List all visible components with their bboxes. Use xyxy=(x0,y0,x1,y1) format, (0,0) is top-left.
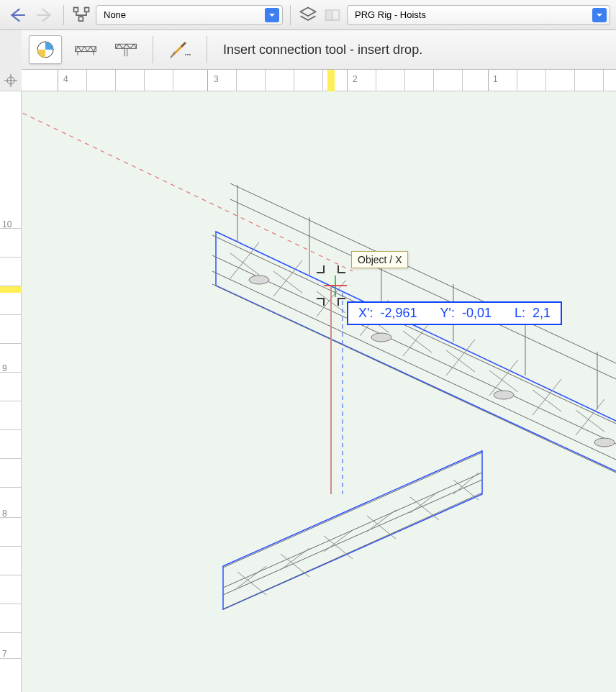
svg-line-28 xyxy=(212,235,616,424)
svg-line-18 xyxy=(22,106,353,271)
svg-line-26 xyxy=(230,183,616,363)
tool-circle-primary[interactable] xyxy=(29,35,62,64)
workspace: 4 3 2 1 10 9 8 7 xyxy=(0,70,616,692)
tool-row: Insert connection tool - insert drop. xyxy=(22,30,616,70)
ruler-h-cursor-highlight xyxy=(327,70,335,91)
coordinate-readout: X': -2,961 Y': -0,01 L: 2,1 xyxy=(347,301,562,325)
tool-truss-tee[interactable] xyxy=(109,35,142,64)
lower-truss xyxy=(223,451,482,609)
ruler-vertical[interactable]: 10 9 8 7 xyxy=(0,91,22,692)
svg-line-30 xyxy=(212,271,616,460)
coord-x: X': -2,961 xyxy=(358,306,417,321)
svg-point-12 xyxy=(185,54,186,55)
chevron-down-icon xyxy=(592,8,607,22)
coord-l: L: 2,1 xyxy=(515,306,551,321)
ruler-v-label: 7 xyxy=(2,649,7,659)
svg-point-14 xyxy=(189,54,191,55)
tool-preferences[interactable] xyxy=(163,35,196,64)
snap-tooltip-text: Object / X xyxy=(358,254,402,265)
tool-status-message: Insert connection tool - insert drop. xyxy=(223,42,422,58)
toolbar-divider xyxy=(63,5,64,25)
svg-point-35 xyxy=(594,438,615,447)
canvas-svg xyxy=(22,91,616,692)
canvas-wrap: 4 3 2 1 10 9 8 7 xyxy=(0,70,616,692)
drop-connection xyxy=(317,265,347,494)
svg-rect-4 xyxy=(326,10,332,20)
chevron-down-icon xyxy=(265,8,279,22)
ruler-h-label: 1 xyxy=(493,74,498,84)
svg-point-13 xyxy=(187,54,189,55)
svg-line-43 xyxy=(223,480,482,595)
ruler-h-label: 4 xyxy=(63,74,68,84)
class-dropdown[interactable]: None xyxy=(96,5,283,25)
ruler-origin[interactable] xyxy=(0,70,22,91)
toolbar-divider xyxy=(153,36,153,63)
drawing-canvas[interactable]: Object / X X': -2,961 Y': -0,01 L: 2,1 xyxy=(22,91,616,692)
ruler-h-label: 2 xyxy=(353,74,358,84)
coord-y: Y': -0,01 xyxy=(440,306,492,321)
class-dropdown-label: None xyxy=(104,9,126,20)
svg-point-34 xyxy=(494,391,514,399)
svg-rect-0 xyxy=(74,7,78,12)
top-toolbar: None PRG Rig - Hoists xyxy=(0,0,616,30)
structure-icon[interactable] xyxy=(71,5,91,25)
snap-tooltip: Object / X xyxy=(351,251,408,268)
svg-point-32 xyxy=(249,276,269,284)
svg-rect-2 xyxy=(79,17,83,21)
svg-line-29 xyxy=(212,255,616,444)
layer-dropdown[interactable]: PRG Rig - Hoists xyxy=(347,5,610,25)
layers-icon[interactable] xyxy=(298,5,318,25)
svg-line-27 xyxy=(230,199,616,379)
layer-dropdown-label: PRG Rig - Hoists xyxy=(355,9,426,20)
nav-back-button[interactable] xyxy=(6,4,29,27)
ruler-v-cursor-highlight xyxy=(0,286,22,293)
upper-truss xyxy=(212,183,616,473)
swatch-icon xyxy=(322,5,343,25)
toolbar-divider xyxy=(207,36,207,63)
ruler-h-label: 3 xyxy=(214,74,219,84)
toolbar-divider xyxy=(290,5,291,25)
svg-marker-19 xyxy=(216,232,616,473)
ruler-horizontal[interactable]: 4 3 2 1 xyxy=(22,70,616,91)
nav-forward-button xyxy=(33,4,56,27)
svg-rect-1 xyxy=(85,7,89,12)
tool-truss-wide[interactable] xyxy=(69,35,102,64)
svg-point-33 xyxy=(371,333,391,342)
